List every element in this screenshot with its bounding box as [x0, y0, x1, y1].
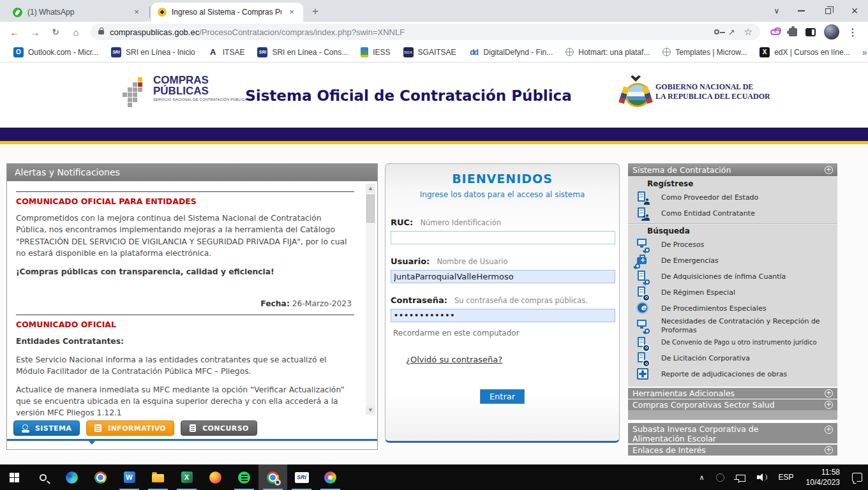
browser-tab-compras-publicas[interactable]: Ingreso al Sistema - Compras Púb — [151, 3, 303, 22]
sidebar-item-necesidades[interactable]: Necesidades de Contratación y Recepción … — [628, 316, 837, 336]
sidebar-item-convenio-pago[interactable]: De Convenio de Pago u otro instrumento j… — [628, 336, 837, 351]
share-icon[interactable] — [728, 26, 735, 38]
sidebar-item-infima-cuantia[interactable]: De Adquisiciones de ínfima Cuantía — [628, 269, 837, 285]
scroll-down-icon[interactable] — [366, 406, 375, 415]
scrollbar-thumb[interactable] — [366, 195, 375, 223]
taskbar-firefox[interactable] — [201, 464, 230, 490]
network-icon[interactable] — [730, 464, 751, 490]
bookmark-sri-consultas[interactable]: SRiSRI en Línea - Cons... — [251, 45, 354, 60]
bookmark-label: SGAITSAE — [418, 48, 456, 57]
alerts-scrollbar[interactable] — [366, 184, 375, 415]
taskbar-edge[interactable] — [57, 464, 86, 490]
tab-close-icon[interactable] — [287, 7, 297, 17]
puzzle-extensions-icon[interactable] — [789, 28, 797, 36]
sidebar-section-subasta-inversa[interactable]: Subasta Inversa Corporativa de Alimentac… — [628, 423, 837, 443]
taskbar-file-explorer[interactable] — [144, 464, 172, 490]
group-busqueda: Búsqueda — [647, 226, 837, 235]
sidebar-item-reporte-adjudicaciones[interactable]: Reporte de adjudicaciones de obras — [628, 367, 837, 383]
case-search-icon — [636, 254, 651, 268]
taskbar-excel[interactable] — [172, 464, 201, 490]
home-icon[interactable] — [68, 24, 84, 40]
bookmark-templates[interactable]: Templates | Microw... — [657, 45, 752, 59]
restore-button[interactable] — [814, 0, 841, 22]
password-input[interactable] — [391, 309, 615, 322]
taskbar-word[interactable] — [115, 464, 144, 490]
new-tab-button[interactable] — [307, 3, 324, 20]
tab-concurso[interactable]: CONCURSO — [181, 420, 257, 436]
expand-plus-icon[interactable] — [825, 426, 833, 434]
sidebar-section-enlaces[interactable]: Enlaces de Interés — [628, 445, 837, 456]
bookmark-outlook[interactable]: OOutlook.com - Micr... — [8, 45, 104, 60]
taskbar-clock[interactable]: 11:58 10/4/2023 — [800, 467, 846, 487]
username-input[interactable] — [391, 270, 615, 283]
sidebar-header-sistema-contratacion[interactable]: Sistema de Contratación — [628, 163, 837, 176]
bookmark-digitaldefynd[interactable]: ddDigitalDefynd - Fin... — [463, 45, 559, 60]
system-icon — [22, 424, 31, 433]
volume-icon[interactable] — [751, 464, 773, 490]
sidebar-item-licitacion-corporativa[interactable]: De Licitación Corporativa — [628, 351, 837, 367]
password-key-icon[interactable] — [714, 29, 719, 34]
bookmark-label: IESS — [373, 48, 390, 57]
taskbar-spotify[interactable] — [230, 464, 258, 490]
expand-plus-icon[interactable] — [825, 166, 833, 174]
bookmark-sgaitsae[interactable]: SGASGAITSAE — [398, 45, 462, 60]
sidebar-item-procedimientos-especiales[interactable]: De Procedimientos Especiales — [628, 301, 837, 316]
bookmarks-overflow-icon[interactable] — [857, 47, 868, 57]
profile-avatar[interactable] — [824, 24, 839, 40]
sidebar-item-emergencias[interactable]: De Emergencias — [628, 253, 837, 269]
sidebar-item-regimen-especial[interactable]: De Régimen Especial — [628, 285, 837, 301]
tabs-indicator-line — [7, 439, 377, 441]
bookmark-label: edX | Cursos en líne... — [774, 48, 850, 57]
sidebar-item-procesos[interactable]: De Procesos — [628, 237, 837, 253]
whatsapp-icon — [13, 8, 22, 17]
start-button[interactable] — [0, 464, 29, 490]
taskbar-chrome-active[interactable] — [258, 464, 287, 490]
reload-icon[interactable] — [47, 24, 64, 40]
alerts-panel-title: Alertas y Notificaciones — [7, 163, 377, 181]
expand-plus-icon[interactable] — [825, 389, 833, 397]
url-path: /ProcesoContratacion/compras/index.php?s… — [199, 27, 405, 37]
close-button[interactable] — [841, 0, 868, 22]
browser-tab-whatsapp[interactable]: (1) WhatsApp — [6, 3, 148, 22]
menu-dots-icon[interactable] — [848, 26, 858, 38]
bookmark-star-icon[interactable] — [744, 26, 752, 38]
url-text[interactable]: compraspublicas.gob.ec/ProcesoContrataci… — [110, 27, 709, 37]
action-center-icon[interactable] — [846, 464, 868, 490]
bookmark-edx[interactable]: XedX | Cursos en líne... — [754, 45, 856, 60]
taskbar-sri[interactable] — [287, 464, 316, 490]
ruc-input[interactable] — [391, 231, 615, 244]
back-icon[interactable] — [6, 24, 23, 40]
expand-plus-icon[interactable] — [825, 401, 833, 409]
language-badge[interactable]: ESP — [773, 464, 800, 490]
sync-icon[interactable] — [710, 464, 730, 490]
tab-search-chevron-icon[interactable] — [766, 0, 788, 22]
taskbar-chrome[interactable] — [86, 464, 115, 490]
taskbar-search[interactable] — [29, 464, 57, 490]
bookmark-hotmart[interactable]: Hotmart: una plataf... — [560, 45, 655, 59]
forgot-password-link[interactable]: ¿Olvidó su contraseña? — [406, 355, 502, 364]
bookmark-sri-inicio[interactable]: SRiSRI en Línea - Inicio — [105, 45, 201, 60]
sidebar-item-entidad[interactable]: Como Entidad Contratante — [628, 205, 837, 221]
forward-icon[interactable] — [27, 24, 43, 40]
cloud-extension-icon[interactable] — [770, 29, 781, 35]
expand-plus-icon[interactable] — [825, 446, 833, 454]
side-panel-icon[interactable] — [805, 28, 816, 36]
lock-icon[interactable] — [98, 30, 104, 34]
search-icon — [40, 474, 47, 481]
sidebar-item-proveedor[interactable]: Como Proveedor del Estado — [628, 189, 837, 205]
sidebar-section-herramientas[interactable]: Herramientas Adicionales — [628, 388, 837, 399]
tab-separator — [149, 6, 150, 18]
taskbar-paint[interactable] — [316, 464, 345, 490]
tab-informativo[interactable]: INFORMATIVO — [86, 420, 174, 436]
login-button[interactable]: Entrar — [480, 389, 525, 404]
tab-close-icon[interactable] — [131, 7, 142, 17]
tab-sistema[interactable]: SISTEMA — [13, 420, 80, 436]
sidebar-section-compras-salud[interactable]: Compras Corporativas Sector Salud — [628, 399, 837, 410]
minimize-button[interactable] — [788, 0, 814, 22]
bookmark-itsae[interactable]: AITSAE — [202, 45, 251, 60]
chrome-compras-icon — [267, 471, 279, 484]
bookmark-iess[interactable]: IESS — [355, 45, 396, 60]
address-bar[interactable]: compraspublicas.gob.ec/ProcesoContrataci… — [91, 24, 760, 40]
tray-expand-icon[interactable] — [694, 464, 710, 490]
scroll-up-icon[interactable] — [366, 184, 375, 193]
